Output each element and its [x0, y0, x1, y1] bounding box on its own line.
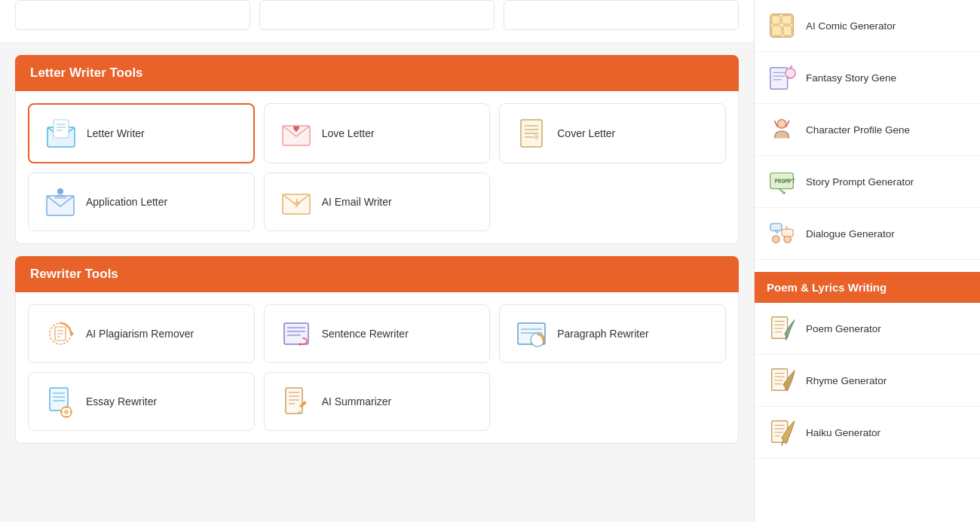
svg-point-58 [786, 69, 795, 78]
paragraph-rewriter-label: Paragraph Rewriter [557, 327, 648, 340]
sidebar-item-poem-generator[interactable]: Poem Generator [755, 303, 980, 355]
sidebar-poem-generator-label: Poem Generator [806, 323, 881, 334]
love-letter-icon [280, 117, 313, 150]
rewriter-section: Rewriter Tools [15, 256, 739, 444]
tool-card-ai-email[interactable]: AI Email Writer [264, 172, 491, 231]
svg-rect-1 [54, 120, 69, 138]
letter-writer-icon [44, 117, 78, 150]
tool-card-essay-rewriter[interactable]: Essay Rewriter [28, 372, 255, 431]
ai-summarizer-icon [280, 385, 313, 418]
application-letter-icon [44, 185, 77, 218]
ai-email-icon [280, 185, 313, 218]
essay-rewriter-icon [44, 385, 77, 418]
fantasy-story-icon [767, 63, 797, 93]
sidebar-item-ai-comic[interactable]: AI Comic Generator [755, 0, 980, 52]
svg-rect-74 [772, 317, 788, 339]
rewriter-section-body: AI Plagiarism Remover Sentence Rewriter [15, 292, 739, 444]
sentence-rewriter-icon [280, 317, 313, 350]
svg-rect-54 [770, 68, 788, 90]
sidebar-haiku-generator-label: Haiku Generator [806, 427, 880, 438]
svg-marker-71 [775, 230, 778, 234]
svg-rect-50 [772, 16, 780, 24]
sidebar-fantasy-story-label: Fantasy Story Gene [806, 72, 896, 84]
top-card-1[interactable] [15, 0, 250, 30]
sidebar-ai-comic-label: AI Comic Generator [806, 20, 896, 32]
svg-rect-22 [284, 323, 308, 344]
ai-comic-icon [767, 11, 797, 41]
sidebar-item-rhyme-generator[interactable]: Rhyme Generator [755, 355, 980, 407]
main-content: Letter Writer Tools [0, 0, 754, 522]
rewriter-section-header: Rewriter Tools [15, 256, 739, 292]
letter-writer-section: Letter Writer Tools [15, 55, 739, 244]
tool-card-sentence-rewriter[interactable]: Sentence Rewriter [264, 304, 491, 363]
sidebar-item-dialogue[interactable]: Dialogue Generator [755, 208, 980, 260]
tool-card-love-letter[interactable]: Love Letter [264, 103, 491, 163]
dialogue-icon [767, 218, 797, 249]
essay-rewriter-label: Essay Rewriter [86, 395, 157, 408]
sidebar-rhyme-generator-label: Rhyme Generator [806, 375, 887, 386]
rhyme-generator-icon [767, 365, 797, 395]
top-card-3[interactable] [504, 0, 739, 30]
svg-rect-53 [783, 26, 792, 35]
poem-section-header: Poem & Lyrics Writing [755, 272, 980, 303]
paragraph-rewriter-icon [515, 317, 548, 350]
tool-card-cover-letter[interactable]: Cover Letter [499, 103, 726, 163]
ai-plagiarism-icon [44, 317, 77, 350]
tool-card-ai-summarizer[interactable]: AI Summarizer [264, 372, 491, 431]
tool-card-letter-writer[interactable]: Letter Writer [28, 103, 255, 163]
tool-card-application-letter[interactable]: Application Letter [28, 172, 255, 231]
svg-point-60 [777, 120, 786, 128]
sidebar-story-items: AI Comic Generator Fantasy Story Gene [755, 0, 980, 260]
sidebar-item-story-prompt[interactable]: PROMPT Story Prompt Generator [755, 156, 980, 208]
love-letter-label: Love Letter [322, 127, 375, 140]
sidebar-story-prompt-label: Story Prompt Generator [806, 176, 914, 188]
sidebar-item-character-profile[interactable]: Character Profile Gene [755, 104, 980, 156]
poem-generator-icon [767, 313, 797, 343]
haiku-generator-icon [767, 417, 797, 447]
svg-rect-42 [286, 388, 302, 414]
svg-rect-11 [534, 135, 538, 139]
svg-rect-70 [770, 224, 782, 231]
application-letter-label: Application Letter [86, 195, 167, 209]
svg-rect-52 [772, 26, 782, 35]
svg-marker-17 [71, 331, 74, 337]
svg-marker-73 [786, 227, 789, 230]
top-card-2[interactable] [259, 0, 495, 30]
sidebar-dialogue-label: Dialogue Generator [806, 228, 895, 240]
svg-rect-51 [782, 16, 792, 24]
svg-rect-72 [782, 229, 793, 237]
svg-point-37 [64, 410, 69, 414]
sentence-rewriter-label: Sentence Rewriter [322, 327, 409, 340]
sidebar-item-fantasy-story[interactable]: Fantasy Story Gene [755, 52, 980, 104]
cover-letter-label: Cover Letter [557, 127, 615, 140]
letter-writer-label: Letter Writer [87, 127, 145, 140]
svg-point-68 [773, 236, 780, 243]
tool-card-ai-plagiarism[interactable]: AI Plagiarism Remover [28, 304, 255, 363]
ai-plagiarism-label: AI Plagiarism Remover [86, 327, 194, 340]
top-cards-area [0, 0, 754, 43]
sidebar-character-profile-label: Character Profile Gene [806, 124, 910, 136]
character-profile-icon [767, 114, 797, 145]
sidebar-item-haiku-generator[interactable]: Haiku Generator [755, 407, 980, 459]
letter-section-body: Letter Writer Love Letter [15, 91, 739, 244]
ai-email-label: AI Email Writer [322, 195, 392, 209]
tool-card-paragraph-rewriter[interactable]: Paragraph Rewriter [499, 304, 726, 363]
letter-section-header: Letter Writer Tools [15, 55, 739, 91]
cover-letter-icon [515, 117, 548, 150]
ai-summarizer-label: AI Summarizer [322, 395, 392, 408]
svg-text:PROMPT: PROMPT [775, 178, 796, 185]
story-prompt-icon: PROMPT [767, 166, 797, 197]
svg-point-13 [57, 188, 63, 194]
sidebar: AI Comic Generator Fantasy Story Gene [754, 0, 980, 522]
